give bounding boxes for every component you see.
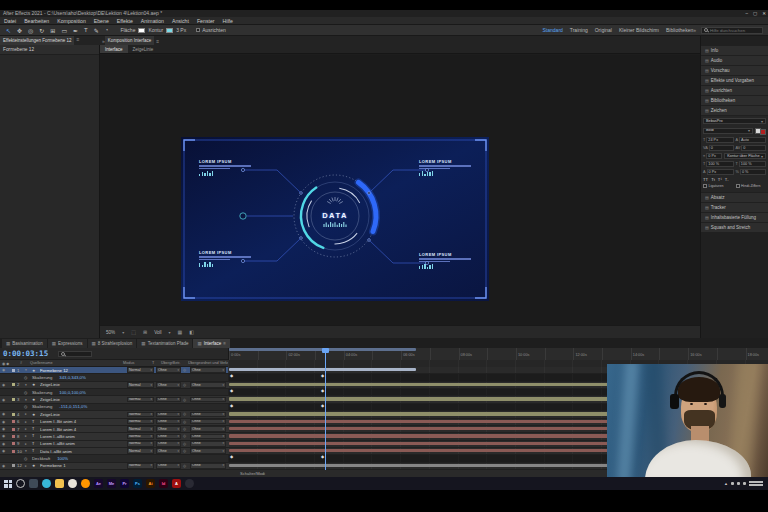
label-color-chip[interactable]: [12, 464, 15, 467]
layer-name[interactable]: Lorem I..aBit anim: [40, 441, 125, 446]
twirl-arrow-icon[interactable]: ▸: [25, 434, 30, 438]
camera-icon[interactable]: ◧: [189, 329, 194, 335]
indesign-icon[interactable]: Id: [159, 479, 168, 488]
menu-effekte[interactable]: Effekte: [117, 18, 133, 24]
edge-icon[interactable]: [42, 479, 51, 488]
faux-style-button[interactable]: T¹: [718, 177, 722, 182]
twirl-arrow-icon[interactable]: ▾: [25, 398, 30, 402]
clone-stamp-tool-icon[interactable]: ◔: [105, 27, 109, 34]
label-color-chip[interactable]: [12, 435, 15, 438]
font-style-select[interactable]: Bold▾: [703, 128, 753, 134]
tsume-value[interactable]: 0 %: [740, 169, 766, 175]
snap-control[interactable]: Ausrichten: [196, 27, 226, 33]
eye-icon[interactable]: ◉: [2, 427, 10, 431]
tab-composition[interactable]: Komposition Interface: [105, 36, 155, 45]
blend-mode-select[interactable]: Normal▾: [127, 419, 154, 425]
menu-komposition[interactable]: Komposition: [57, 18, 86, 24]
tray-icon[interactable]: [743, 482, 746, 485]
font-size-value[interactable]: 24 Px: [706, 137, 733, 143]
eye-icon[interactable]: ◉: [2, 398, 10, 402]
track-matte-select[interactable]: Ohne▾: [156, 434, 181, 440]
twirl-arrow-icon[interactable]: ▸: [25, 412, 30, 416]
eye-icon[interactable]: ◉: [2, 434, 10, 438]
workspace-bibliotheken[interactable]: Bibliotheken: [666, 27, 693, 33]
stopwatch-icon[interactable]: ◷: [24, 404, 30, 409]
menu-ebene[interactable]: Ebene: [94, 18, 109, 24]
resolution-select[interactable]: Voll: [154, 330, 161, 335]
menu-ansicht[interactable]: Ansicht: [172, 18, 189, 24]
faux-style-button[interactable]: TT: [703, 177, 708, 182]
track-matte-select[interactable]: Ohne▾: [156, 382, 181, 388]
panel-bibliotheken[interactable]: ▤Bibliotheken: [701, 96, 768, 105]
eye-icon[interactable]: ◉: [2, 412, 10, 416]
close-button[interactable]: ✕: [762, 10, 766, 17]
char-stroke-width[interactable]: 0 Px: [706, 153, 722, 159]
track-matte-select[interactable]: Ohne▾: [156, 419, 181, 425]
faux-style-button[interactable]: Tt: [711, 177, 715, 182]
panel-vorschau[interactable]: ▤Vorschau: [701, 66, 768, 75]
parent-pickwhip-icon[interactable]: ◎: [183, 434, 188, 438]
property-name[interactable]: Deckkraft: [32, 456, 50, 461]
eye-icon[interactable]: ◉: [2, 449, 10, 453]
font-family-select[interactable]: BebasPro▾: [703, 118, 766, 124]
parent-select[interactable]: Ohne▾: [190, 426, 226, 432]
source-name-header[interactable]: Quellenname: [30, 361, 121, 365]
maximize-button[interactable]: ▢: [753, 10, 757, 17]
track-matte-select[interactable]: Ohne▾: [156, 426, 181, 432]
chrome-icon[interactable]: [68, 479, 77, 488]
eye-icon[interactable]: ◉: [2, 368, 10, 372]
type-tool-icon[interactable]: T: [84, 27, 88, 34]
pen-tool-icon[interactable]: ✒: [73, 27, 78, 34]
panel-menu-icon[interactable]: ≡: [76, 36, 79, 45]
parent-pickwhip-icon[interactable]: ◎: [183, 464, 188, 468]
parent-select[interactable]: Ohne▾: [190, 441, 226, 447]
parent-pickwhip-icon[interactable]: ◎: [183, 398, 188, 402]
clock-area[interactable]: [749, 481, 763, 485]
snap-checkbox[interactable]: [196, 28, 200, 32]
tray-expand-icon[interactable]: ▲: [724, 481, 728, 486]
keyframe-icon[interactable]: ◆: [321, 388, 324, 393]
grid-icon[interactable]: ⊞: [143, 329, 147, 335]
keyframe-icon[interactable]: ◆: [321, 373, 324, 378]
playhead-line[interactable]: [325, 348, 326, 470]
timeline-tab-expressions[interactable]: ▦Expressions: [48, 339, 87, 348]
label-color-chip[interactable]: [12, 413, 15, 416]
label-color-chip[interactable]: [12, 428, 15, 431]
file-explorer-icon[interactable]: [55, 479, 64, 488]
media-encoder-icon[interactable]: Me: [107, 479, 116, 488]
parent-pickwhip-icon[interactable]: ◎: [183, 420, 188, 424]
eye-icon[interactable]: ◉: [2, 383, 10, 387]
comp-panel-menu-icon[interactable]: ≡: [156, 38, 159, 44]
label-color-chip[interactable]: [12, 420, 15, 423]
menu-animation[interactable]: Animation: [141, 18, 164, 24]
twirl-arrow-icon[interactable]: ▾: [25, 383, 30, 387]
hand-tool-icon[interactable]: ✥: [17, 27, 22, 34]
layer-name[interactable]: ZeigeLinie: [40, 397, 125, 402]
illustrator-icon[interactable]: Ai: [146, 479, 155, 488]
transparency-grid-icon[interactable]: ▦: [178, 329, 183, 335]
layer-name[interactable]: Formebene 12: [40, 368, 125, 373]
tray-icon[interactable]: [731, 482, 734, 485]
blend-mode-select[interactable]: Normal▾: [127, 463, 154, 469]
layer-name[interactable]: Formebene 1: [40, 463, 125, 468]
after-effects-icon[interactable]: Ae: [94, 479, 103, 488]
zoom-level[interactable]: 50%: [106, 330, 115, 335]
parent-select[interactable]: Ohne▾: [190, 412, 226, 418]
faux-style-button[interactable]: T₁: [725, 177, 729, 182]
keyframe-icon[interactable]: ◆: [230, 388, 233, 393]
keyframe-icon[interactable]: ◆: [321, 403, 324, 408]
minimize-button[interactable]: –: [745, 10, 748, 17]
eye-icon[interactable]: ◉: [2, 442, 10, 446]
obs-icon[interactable]: [185, 479, 194, 488]
panel-inhaltsbasierte-füllung[interactable]: ▤Inhaltsbasierte Füllung: [701, 213, 768, 222]
blend-mode-select[interactable]: Normal▾: [127, 426, 154, 432]
text-stroke-swatch[interactable]: [760, 129, 766, 135]
parent-pickwhip-icon[interactable]: ◎: [183, 442, 188, 446]
time-ruler[interactable]: 0:00s02:00s04:00s06:00s08:00s10:00s12:00…: [228, 348, 768, 360]
kerning-value[interactable]: 0: [709, 145, 734, 151]
panel-squash-and-stretch[interactable]: ▤Squash and Stretch: [701, 223, 768, 232]
label-color-chip[interactable]: [12, 450, 15, 453]
blend-mode-select[interactable]: Normal▾: [127, 397, 154, 403]
panel-audio[interactable]: ▤Audio: [701, 56, 768, 65]
safe-zones-icon[interactable]: ⬚: [131, 329, 136, 335]
